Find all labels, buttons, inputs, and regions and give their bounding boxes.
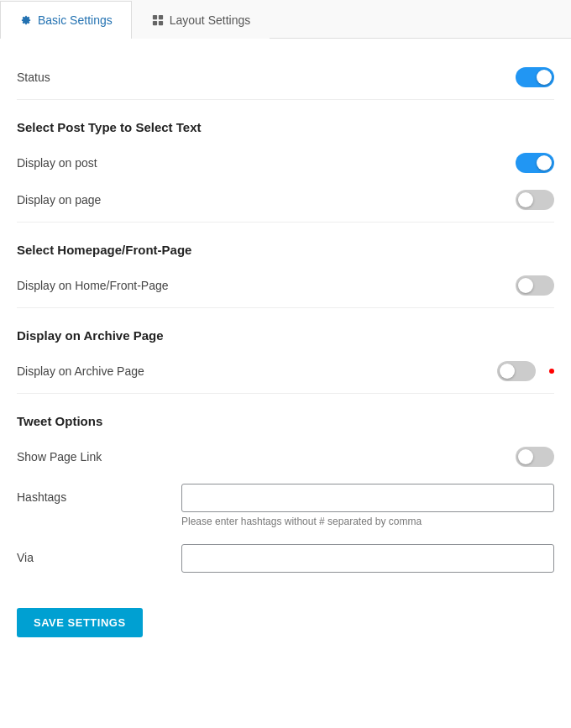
display-on-post-toggle[interactable] bbox=[516, 153, 554, 173]
show-page-link-row: Show Page Link bbox=[17, 438, 554, 475]
svg-rect-3 bbox=[159, 21, 163, 25]
status-toggle-track[interactable] bbox=[516, 67, 554, 87]
svg-rect-2 bbox=[153, 21, 157, 25]
hashtags-label: Hashtags bbox=[17, 484, 168, 504]
display-on-post-track[interactable] bbox=[516, 153, 554, 173]
tabs-bar: Basic Settings Layout Settings bbox=[0, 0, 571, 39]
display-on-archive-toggle[interactable] bbox=[497, 361, 536, 381]
show-page-link-toggle[interactable] bbox=[516, 447, 554, 467]
show-page-link-track[interactable] bbox=[516, 447, 554, 467]
via-input[interactable] bbox=[181, 544, 554, 573]
divider-1 bbox=[17, 99, 554, 100]
tab-basic-settings[interactable]: Basic Settings bbox=[0, 1, 132, 39]
hashtags-input[interactable] bbox=[181, 484, 554, 512]
svg-rect-1 bbox=[159, 15, 163, 19]
display-on-page-row: Display on page bbox=[17, 181, 554, 218]
display-on-post-label: Display on post bbox=[17, 156, 97, 170]
hashtags-row: Hashtags Please enter hashtags without #… bbox=[17, 475, 554, 536]
hashtags-field-group: Please enter hashtags without # separate… bbox=[181, 484, 554, 527]
hashtags-hint: Please enter hashtags without # separate… bbox=[181, 516, 554, 527]
page-wrapper: Basic Settings Layout Settings Status bbox=[0, 0, 571, 728]
display-on-home-track[interactable] bbox=[516, 275, 554, 296]
display-on-page-label: Display on page bbox=[17, 193, 101, 207]
via-field-group bbox=[181, 544, 554, 573]
tweet-options-heading: Tweet Options bbox=[17, 414, 554, 432]
display-on-archive-label: Display on Archive Page bbox=[17, 364, 144, 378]
tab-layout-label: Layout Settings bbox=[170, 13, 251, 27]
display-on-home-row: Display on Home/Front-Page bbox=[17, 267, 554, 304]
archive-heading: Display on Archive Page bbox=[17, 328, 554, 346]
homepage-heading: Select Homepage/Front-Page bbox=[17, 243, 554, 260]
status-row: Status bbox=[17, 59, 554, 96]
status-label: Status bbox=[17, 71, 50, 84]
divider-3 bbox=[17, 307, 554, 308]
via-row: Via bbox=[17, 536, 554, 581]
gear-icon bbox=[19, 13, 33, 27]
via-label: Via bbox=[17, 544, 168, 564]
tab-layout-settings[interactable]: Layout Settings bbox=[132, 1, 270, 39]
save-section: SAVE SETTINGS bbox=[17, 581, 554, 637]
display-on-archive-track[interactable] bbox=[497, 361, 536, 381]
display-on-page-track[interactable] bbox=[516, 190, 554, 210]
display-on-page-toggle[interactable] bbox=[516, 190, 554, 210]
tab-basic-label: Basic Settings bbox=[38, 13, 113, 27]
archive-indicator-dot bbox=[549, 369, 554, 374]
status-toggle[interactable] bbox=[516, 67, 554, 87]
divider-4 bbox=[17, 393, 554, 394]
display-on-home-label: Display on Home/Front-Page bbox=[17, 279, 169, 292]
settings-content: Status Select Post Type to Select Text D… bbox=[0, 39, 571, 657]
divider-2 bbox=[17, 222, 554, 223]
save-settings-button[interactable]: SAVE SETTINGS bbox=[17, 608, 143, 637]
post-type-heading: Select Post Type to Select Text bbox=[17, 120, 554, 138]
display-on-post-row: Display on post bbox=[17, 144, 554, 181]
svg-rect-0 bbox=[153, 15, 157, 19]
display-on-home-toggle[interactable] bbox=[516, 275, 554, 296]
display-on-archive-row: Display on Archive Page bbox=[17, 353, 554, 390]
layout-icon bbox=[151, 13, 165, 27]
show-page-link-label: Show Page Link bbox=[17, 450, 102, 464]
